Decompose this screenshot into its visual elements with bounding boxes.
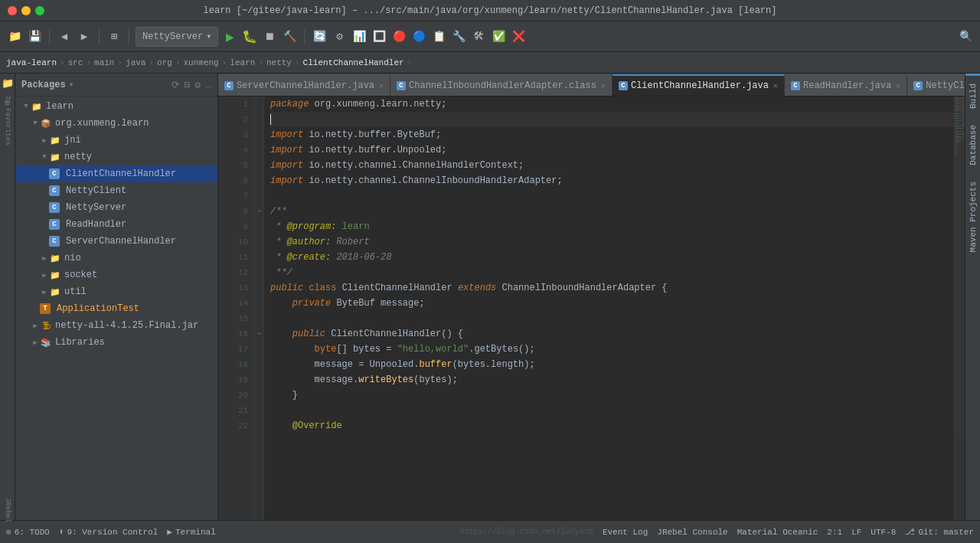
tree-item-server-channel-handler[interactable]: C ServerChannelHandler xyxy=(15,233,217,250)
tab-channel-inbound-handler[interactable]: C ChannelInboundHandlerAdapter.class ✕ xyxy=(390,74,612,96)
tab-close-channel-inbound-handler[interactable]: ✕ xyxy=(601,81,606,90)
status-todo[interactable]: ⊙ 6: TODO xyxy=(6,527,50,537)
line-num-9: 9 xyxy=(218,219,254,234)
toolbar-save-icon[interactable]: 💾 xyxy=(26,28,43,45)
toolbar-tool1-icon[interactable]: 🔧 xyxy=(450,28,467,45)
build-icon[interactable]: 🔨 xyxy=(281,28,298,45)
tree-label-server-channel-handler: ServerChannelHandler xyxy=(66,236,176,247)
gutter-line-6 xyxy=(255,173,263,188)
toolbar-cancel-icon[interactable]: ❌ xyxy=(510,28,527,45)
tree-item-util[interactable]: ▶ 📁 util xyxy=(15,283,217,300)
tab-read-handler[interactable]: C ReadHandler.java ✕ xyxy=(785,74,907,96)
toolbar-debug2-icon[interactable]: 🔵 xyxy=(410,28,427,45)
tab-close-server-channel-handler[interactable]: ✕ xyxy=(379,81,384,90)
status-theme[interactable]: Material Oceanic xyxy=(737,528,818,537)
tree-item-libraries[interactable]: ▶ 📚 Libraries xyxy=(15,334,217,351)
breadcrumb-main[interactable]: main xyxy=(94,58,114,67)
folder-icon: 📁 xyxy=(49,252,61,264)
tab-label-server-channel-handler: ServerChannelHandler.java xyxy=(237,80,374,91)
panel-more-icon[interactable]: … xyxy=(205,79,211,91)
toolbar: 📁 💾 ◀ ▶ ⊞ NettyServer ▾ ▶ 🐛 ⏹ 🔨 🔄 ⚙ 📊 🔳 … xyxy=(0,21,980,52)
project-icon[interactable]: 📁 xyxy=(1,77,15,90)
line-num-2: 2 xyxy=(218,112,254,127)
gutter-line-12 xyxy=(255,265,263,280)
tree-item-learn[interactable]: ▼ 📁 learn xyxy=(15,98,217,115)
maximize-button[interactable] xyxy=(35,6,44,15)
tree-item-nio[interactable]: ▶ 📁 nio xyxy=(15,250,217,267)
toolbar-coverage-icon[interactable]: 🔴 xyxy=(390,28,407,45)
toolbar-back-icon[interactable]: ◀ xyxy=(56,28,73,45)
breadcrumb-org[interactable]: org xyxy=(157,58,172,67)
tree-item-socket[interactable]: ▶ 📁 socket xyxy=(15,267,217,283)
line-num-3: 3 xyxy=(218,127,254,142)
breadcrumb-netty[interactable]: netty xyxy=(266,58,292,67)
breadcrumb-xunmeng[interactable]: xunmeng xyxy=(184,58,219,67)
toolbar-grid-icon[interactable]: ⊞ xyxy=(106,28,122,45)
right-panel-database[interactable]: Database xyxy=(967,119,979,172)
toolbar-hierarchy-icon[interactable]: 🔳 xyxy=(371,28,387,45)
toolbar-profiler-icon[interactable]: 📋 xyxy=(430,28,447,45)
run-button[interactable]: ▶ xyxy=(221,28,238,45)
tab-icon: C xyxy=(397,81,406,90)
line-num-5: 5 xyxy=(218,158,254,173)
status-encoding[interactable]: UTF-8 xyxy=(871,528,896,537)
tree-item-jni[interactable]: ▶ 📁 jni xyxy=(15,132,217,149)
line-num-14: 14 xyxy=(218,296,254,311)
status-eventlog[interactable]: Event Log xyxy=(603,528,648,537)
stop-button[interactable]: ⏹ xyxy=(261,28,278,45)
run-config-dropdown[interactable]: NettyServer ▾ xyxy=(136,27,218,47)
tree-label-netty-jar: netty-all-4.1.25.Final.jar xyxy=(55,320,198,331)
status-lf[interactable]: LF xyxy=(851,528,861,537)
jrebel-left-icon[interactable]: JRebel xyxy=(1,503,15,517)
collapse-icon[interactable]: ⊟ xyxy=(185,79,191,91)
right-panel-maven[interactable]: Maven Projects xyxy=(967,175,979,258)
toolbar-settings-icon[interactable]: ⚙ xyxy=(331,28,348,45)
toolbar-structure-icon[interactable]: 📊 xyxy=(351,28,368,45)
settings-gear-icon[interactable]: ⚙ xyxy=(194,79,201,91)
status-git[interactable]: ⎇ Git: master xyxy=(905,527,974,537)
tree-item-client-channel-handler[interactable]: C ClientChannelHandler xyxy=(15,165,217,182)
status-caret[interactable]: 2:1 xyxy=(827,528,842,537)
breadcrumb-src[interactable]: src xyxy=(68,58,83,67)
tree-item-netty-jar[interactable]: ▶ 🗜 netty-all-4.1.25.Final.jar xyxy=(15,317,217,334)
tab-label-read-handler: ReadHandler.java xyxy=(803,80,891,91)
breadcrumb-java-learn[interactable]: java-learn xyxy=(6,58,57,67)
status-jrebel[interactable]: JRebel Console xyxy=(657,528,727,537)
status-vcs[interactable]: ⬆ 9: Version Control xyxy=(59,527,158,537)
code-content[interactable]: package org.xunmeng.learn.netty; import … xyxy=(264,96,954,520)
line-num-10: 10 xyxy=(218,234,254,250)
tab-netty-client[interactable]: C NettyClient.java ✕ xyxy=(907,74,965,96)
search-icon[interactable]: 🔍 xyxy=(957,28,974,45)
toolbar-forward-icon[interactable]: ▶ xyxy=(76,28,93,45)
breadcrumb-learn[interactable]: learn xyxy=(230,58,255,67)
toolbar-update-icon[interactable]: 🔄 xyxy=(311,28,328,45)
sync-icon[interactable]: ⟳ xyxy=(172,79,180,91)
tree-item-application-test[interactable]: T ApplicationTest xyxy=(15,300,217,317)
debug-button[interactable]: 🐛 xyxy=(241,28,258,45)
expand-icon: ▶ xyxy=(40,270,49,280)
breadcrumb-java[interactable]: java xyxy=(126,58,145,67)
bookmarks-icon[interactable]: 2: Favorites xyxy=(1,113,15,127)
status-terminal[interactable]: ▶ Terminal xyxy=(167,527,215,537)
breadcrumb-class[interactable]: ClientChannelHandler xyxy=(303,58,404,67)
tab-client-channel-handler[interactable]: C ClientChannelHandler.java ✕ xyxy=(612,74,785,96)
tab-close-client-channel-handler[interactable]: ✕ xyxy=(773,81,778,90)
status-left: ⊙ 6: TODO ⬆ 9: Version Control ▶ Termina… xyxy=(6,527,216,537)
dropdown-arrow-icon[interactable]: ▾ xyxy=(69,79,74,90)
tab-close-read-handler[interactable]: ✕ xyxy=(896,81,900,90)
toolbar-tool2-icon[interactable]: 🛠 xyxy=(470,28,487,45)
tree-item-read-handler[interactable]: C ReadHandler xyxy=(15,216,217,233)
tree-item-netty-client[interactable]: C NettyClient xyxy=(15,182,217,199)
tree-item-org-xunmeng[interactable]: ▼ 📦 org.xunmeng.learn xyxy=(15,115,217,132)
tree-item-netty[interactable]: ▼ 📁 netty xyxy=(15,149,217,165)
gutter-line-22 xyxy=(255,418,263,433)
close-button[interactable] xyxy=(8,6,17,15)
minimize-button[interactable] xyxy=(21,6,31,15)
toolbar-folder-icon[interactable]: 📁 xyxy=(6,28,23,45)
toolbar-check-icon[interactable]: ✅ xyxy=(490,28,507,45)
folder-icon: 📁 xyxy=(49,286,61,298)
tab-server-channel-handler[interactable]: C ServerChannelHandler.java ✕ xyxy=(218,74,390,96)
tree-item-netty-server[interactable]: C NettyServer xyxy=(15,199,217,216)
code-editor: 1 2 3 4 5 6 7 8 9 10 11 12 13 14 15 16 1… xyxy=(218,96,965,520)
right-panel-build[interactable]: Build xyxy=(967,77,979,115)
